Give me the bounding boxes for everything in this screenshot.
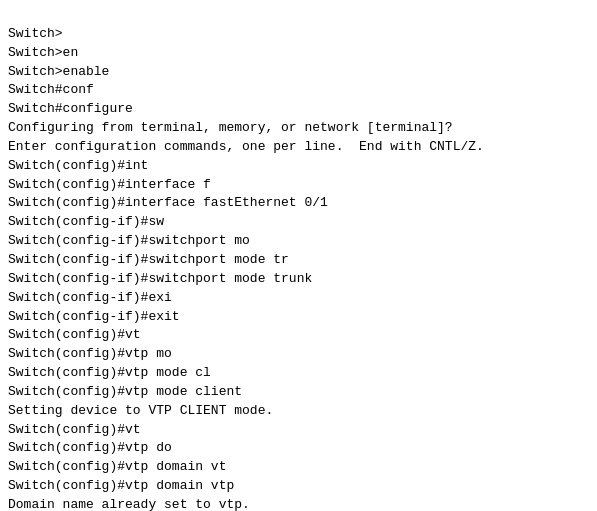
terminal-line: Configuring from terminal, memory, or ne… <box>8 119 589 138</box>
terminal-line: Domain name already set to vtp. <box>8 496 589 511</box>
terminal-line: Switch(config)#vtp mo <box>8 345 589 364</box>
terminal-line: Switch>en <box>8 44 589 63</box>
terminal-line: Switch(config)#interface fastEthernet 0/… <box>8 194 589 213</box>
terminal-line: Switch(config-if)#switchport mode trunk <box>8 270 589 289</box>
terminal-line: Switch(config-if)#exit <box>8 308 589 327</box>
terminal-window[interactable]: Switch>Switch>enSwitch>enableSwitch#conf… <box>0 0 597 511</box>
terminal-line: Switch(config)#vtp do <box>8 439 589 458</box>
terminal-line: Switch(config-if)#exi <box>8 289 589 308</box>
terminal-line: Switch(config)#vtp mode client <box>8 383 589 402</box>
terminal-line: Switch#configure <box>8 100 589 119</box>
terminal-line: Switch#conf <box>8 81 589 100</box>
terminal-line: Switch(config)#vtp domain vt <box>8 458 589 477</box>
terminal-line: Switch>enable <box>8 63 589 82</box>
terminal-line: Switch(config)#vtp domain vtp <box>8 477 589 496</box>
terminal-line: Switch> <box>8 25 589 44</box>
terminal-line: Setting device to VTP CLIENT mode. <box>8 402 589 421</box>
terminal-line: Switch(config)#vtp mode cl <box>8 364 589 383</box>
terminal-line: Switch(config)#interface f <box>8 176 589 195</box>
terminal-line: Switch(config-if)#switchport mo <box>8 232 589 251</box>
terminal-line: Enter configuration commands, one per li… <box>8 138 589 157</box>
terminal-line: Switch(config)#int <box>8 157 589 176</box>
terminal-line: Switch(config)#vt <box>8 326 589 345</box>
terminal-line: Switch(config-if)#switchport mode tr <box>8 251 589 270</box>
terminal-line: Switch(config-if)#sw <box>8 213 589 232</box>
terminal-line: Switch(config)#vt <box>8 421 589 440</box>
